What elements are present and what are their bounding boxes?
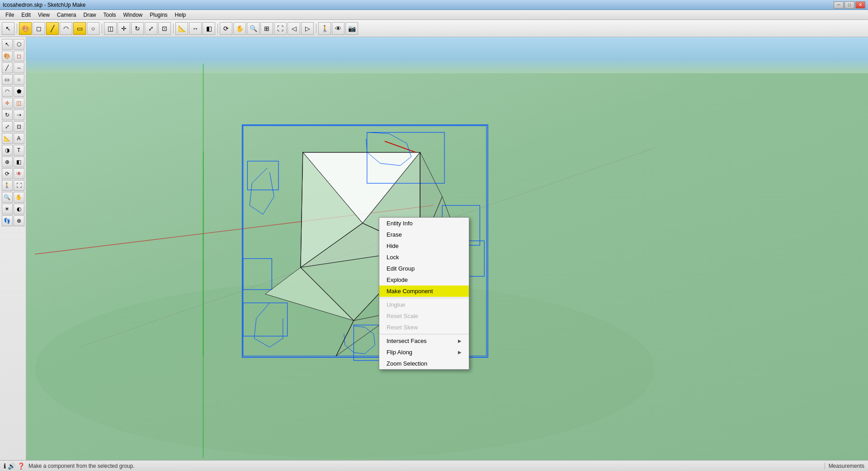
- left-orbit-btn[interactable]: ⟳: [2, 168, 13, 179]
- circle-tool-button[interactable]: ○: [87, 22, 99, 35]
- ctx-item-edit-group[interactable]: Edit Group: [379, 263, 469, 274]
- left-axes-btn[interactable]: ⊕: [2, 157, 13, 167]
- left-select-btn[interactable]: ↖: [2, 39, 13, 50]
- left-section-btn[interactable]: ◧: [14, 157, 24, 167]
- left-zoom2-btn[interactable]: ⛶: [14, 180, 24, 191]
- left-tool-pair-15: ☀ ◐: [2, 204, 24, 214]
- menu-item-edit[interactable]: Edit: [18, 11, 34, 19]
- left-circle-btn[interactable]: ○: [14, 74, 24, 85]
- section-button[interactable]: ◧: [203, 22, 215, 35]
- left-shadow-btn[interactable]: ☀: [2, 204, 13, 214]
- ctx-item-label: Intersect Faces: [387, 338, 427, 344]
- menu-item-draw[interactable]: Draw: [80, 11, 100, 19]
- next-view-button[interactable]: ▷: [301, 22, 314, 35]
- left-tool-pair-9: 📐 A: [2, 133, 24, 144]
- left-rect-btn[interactable]: ▭: [2, 74, 13, 85]
- maximize-button[interactable]: □: [844, 1, 854, 9]
- menu-item-view[interactable]: View: [34, 11, 53, 19]
- pan-button[interactable]: ✋: [233, 22, 246, 35]
- arc-tool-button[interactable]: ◠: [60, 22, 72, 35]
- ctx-item-lock[interactable]: Lock: [379, 252, 469, 263]
- info-icon[interactable]: ℹ: [4, 462, 6, 470]
- left-tool-pair-4: ▭ ○: [2, 74, 24, 85]
- ctx-item-zoom-selection[interactable]: Zoom Selection: [379, 358, 469, 369]
- left-polygon-btn[interactable]: ⬟: [14, 86, 24, 97]
- minimize-button[interactable]: ─: [834, 1, 844, 9]
- left-paint-btn[interactable]: 🎨: [2, 51, 13, 62]
- ctx-item-unglue: Unglue: [379, 299, 469, 310]
- left-lookat-btn[interactable]: 👁: [14, 168, 24, 179]
- ctx-item-label: Lock: [387, 254, 399, 261]
- walk-button[interactable]: 🚶: [318, 22, 331, 35]
- position-camera-button[interactable]: 📷: [345, 22, 358, 35]
- close-button[interactable]: ✕: [855, 1, 865, 9]
- previous-view-button[interactable]: ◁: [288, 22, 300, 35]
- left-rotate-btn[interactable]: ↻: [2, 109, 13, 120]
- statusbar-text: Make a component from the selected group…: [28, 463, 135, 469]
- left-dim-btn[interactable]: A: [14, 133, 24, 144]
- speaker-icon[interactable]: 🔊: [8, 462, 15, 470]
- left-line-btn[interactable]: ╱: [2, 62, 13, 73]
- look-button[interactable]: 👁: [332, 22, 344, 35]
- left-proto-btn[interactable]: ◑: [2, 145, 13, 156]
- toolbar-sep-2: [100, 22, 103, 35]
- offset-button[interactable]: ⊡: [158, 22, 171, 35]
- rotate-button[interactable]: ↻: [131, 22, 144, 35]
- menu-item-window[interactable]: Window: [120, 11, 146, 19]
- orbit-button[interactable]: ⟳: [220, 22, 232, 35]
- ctx-item-explode[interactable]: Explode: [379, 274, 469, 285]
- dimension-button[interactable]: ↔: [189, 22, 202, 35]
- zoom-window-button[interactable]: ⊞: [260, 22, 273, 35]
- left-scale-btn[interactable]: ⤢: [2, 121, 13, 132]
- left-push-btn[interactable]: ◫: [14, 98, 24, 109]
- left-offset-btn[interactable]: ⊡: [14, 121, 24, 132]
- menubar: FileEditViewCameraDrawToolsWindowPlugins…: [0, 10, 868, 20]
- menu-item-camera[interactable]: Camera: [53, 11, 80, 19]
- select-tool-button[interactable]: ↖: [2, 22, 14, 35]
- scale-button[interactable]: ⤢: [145, 22, 157, 35]
- menu-item-plugins[interactable]: Plugins: [146, 11, 171, 19]
- left-zoom-btn[interactable]: 🔍: [2, 192, 13, 203]
- submenu-arrow-icon: ▶: [458, 338, 462, 343]
- viewport[interactable]: Entity InfoEraseHideLockEdit GroupExplod…: [26, 37, 868, 460]
- left-toolbar: ↖ ⬡ 🎨 ◻ ╱ ～ ▭ ○ ◠ ⬟ ✛ ◫ ↻ ⇢ ⤢ ⊡: [0, 37, 26, 460]
- ctx-item-flip-along[interactable]: Flip Along▶: [379, 347, 469, 358]
- submenu-arrow-icon: ▶: [458, 350, 462, 355]
- tape-measure-button[interactable]: 📐: [175, 22, 188, 35]
- menu-item-tools[interactable]: Tools: [100, 11, 120, 19]
- context-menu: Entity InfoEraseHideLockEdit GroupExplod…: [379, 217, 469, 370]
- left-move-btn[interactable]: ✛: [2, 98, 13, 109]
- ctx-item-hide[interactable]: Hide: [379, 240, 469, 252]
- erase-tool-button[interactable]: ◻: [33, 22, 45, 35]
- left-followme-btn[interactable]: ⇢: [14, 109, 24, 120]
- left-north-btn[interactable]: ⊕: [14, 215, 24, 226]
- left-freehand-btn[interactable]: ～: [14, 62, 24, 73]
- help-icon[interactable]: ❓: [17, 462, 25, 470]
- left-tool-pair-11: ⊕ ◧: [2, 157, 24, 167]
- left-erase-btn[interactable]: ◻: [14, 51, 24, 62]
- left-foot-btn[interactable]: 👣: [2, 215, 13, 226]
- zoom-extents-button[interactable]: ⛶: [274, 22, 287, 35]
- move-button[interactable]: ✛: [118, 22, 130, 35]
- push-pull-button[interactable]: ◫: [104, 22, 117, 35]
- ctx-item-make-component[interactable]: Make Component: [379, 285, 469, 297]
- ctx-item-erase[interactable]: Erase: [379, 229, 469, 240]
- line-tool-button[interactable]: ╱: [46, 22, 59, 35]
- ctx-item-entity-info[interactable]: Entity Info: [379, 218, 469, 229]
- left-pan-btn[interactable]: ✋: [14, 192, 24, 203]
- ctx-item-label: Hide: [387, 243, 399, 249]
- ctx-item-label: Erase: [387, 231, 402, 238]
- left-text-btn[interactable]: T: [14, 145, 24, 156]
- left-arc-btn[interactable]: ◠: [2, 86, 13, 97]
- menu-item-help[interactable]: Help: [171, 11, 190, 19]
- menu-item-file[interactable]: File: [2, 11, 18, 19]
- left-walk-btn[interactable]: 🚶: [2, 180, 13, 191]
- left-section2-btn[interactable]: ◐: [14, 204, 24, 214]
- left-component-btn[interactable]: ⬡: [14, 39, 24, 50]
- rect-tool-button[interactable]: ▭: [73, 22, 86, 35]
- zoom-button[interactable]: 🔍: [247, 22, 259, 35]
- left-tool-pair-5: ◠ ⬟: [2, 86, 24, 97]
- paint-tool-button[interactable]: 🎨: [19, 22, 32, 35]
- ctx-item-intersect-faces[interactable]: Intersect Faces▶: [379, 335, 469, 347]
- left-tape-btn[interactable]: 📐: [2, 133, 13, 144]
